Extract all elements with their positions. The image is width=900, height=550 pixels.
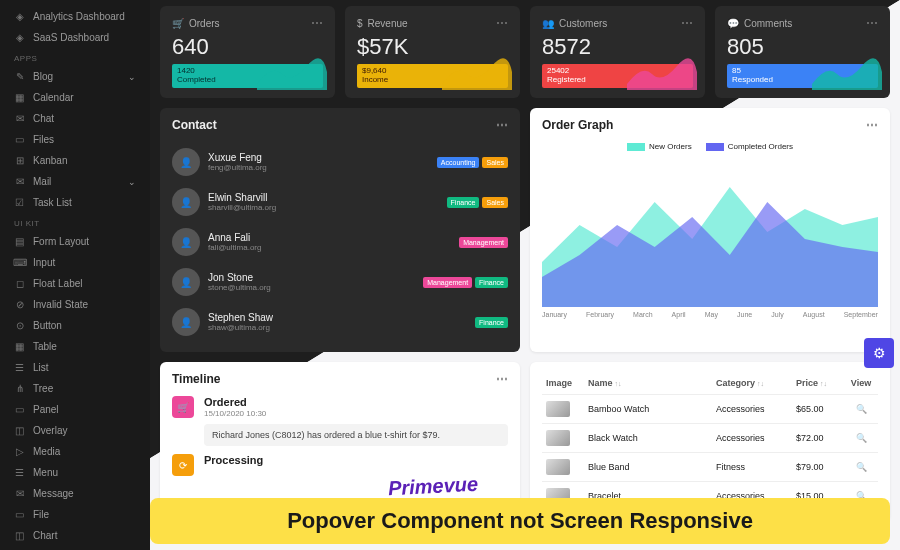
contact-row[interactable]: 👤 Anna Falifali@ultima.org Management (172, 222, 508, 262)
search-icon[interactable]: 🔍 (856, 404, 867, 414)
col-category[interactable]: Category (712, 378, 792, 388)
sidebar-item-label: Menu (33, 467, 58, 478)
nav-icon: ⌨ (14, 257, 25, 268)
product-category: Accessories (712, 404, 792, 414)
sidebar-item[interactable]: ⌨Input (0, 252, 150, 273)
nav-icon: ▭ (14, 404, 25, 415)
contact-name: Xuxue Feng (208, 152, 429, 163)
contact-row[interactable]: 👤 Xuxue Fengfeng@ultima.org AccountingSa… (172, 142, 508, 182)
more-icon[interactable]: ⋯ (681, 16, 693, 30)
sidebar-item[interactable]: ▭File (0, 504, 150, 525)
more-icon[interactable]: ⋯ (496, 16, 508, 30)
stat-icon: $ (357, 18, 363, 29)
nav-icon: ▭ (14, 509, 25, 520)
gear-icon: ⚙ (873, 345, 886, 361)
sidebar-item[interactable]: ✎Blog⌄ (0, 66, 150, 87)
settings-fab[interactable]: ⚙ (864, 338, 894, 368)
contact-tag: Finance (447, 197, 480, 208)
x-tick: April (672, 311, 686, 318)
stat-icon: 🛒 (172, 18, 184, 29)
col-price[interactable]: Price (792, 378, 844, 388)
nav-icon: ✉ (14, 113, 25, 124)
contact-name: Elwin Sharvill (208, 192, 439, 203)
col-name[interactable]: Name (584, 378, 712, 388)
sidebar-item-label: Files (33, 134, 54, 145)
contact-row[interactable]: 👤 Stephen Shawshaw@ultima.org Finance (172, 302, 508, 342)
graph-title: Order Graph (542, 118, 613, 132)
sidebar-item[interactable]: ⊞Kanban (0, 150, 150, 171)
sidebar-item[interactable]: ⊙Button (0, 315, 150, 336)
stat-card: 💬Comments⋯ 805 85Responded (715, 6, 890, 98)
sidebar-item[interactable]: ◫Overlay (0, 420, 150, 441)
nav-icon: ⊞ (14, 155, 25, 166)
sidebar-item[interactable]: ▤Form Layout (0, 231, 150, 252)
sidebar-item-label: Message (33, 488, 74, 499)
sidebar-item[interactable]: ☑Task List (0, 192, 150, 213)
sidebar-item-label: Tree (33, 383, 53, 394)
nav-icon: ⊘ (14, 299, 25, 310)
overlay-brand: Primevue (387, 473, 478, 501)
contact-email: shaw@ultima.org (208, 323, 467, 332)
stat-icon: 👥 (542, 18, 554, 29)
more-icon[interactable]: ⋯ (496, 372, 508, 386)
sidebar-item-label: Media (33, 446, 60, 457)
legend-swatch (706, 143, 724, 151)
contact-email: feng@ultima.org (208, 163, 429, 172)
sidebar-item[interactable]: ◈SaaS Dashboard (0, 27, 150, 48)
sidebar-item[interactable]: ▷Media (0, 441, 150, 462)
sidebar-item[interactable]: ☰List (0, 357, 150, 378)
sidebar-item[interactable]: ▦Calendar (0, 87, 150, 108)
x-tick: June (737, 311, 752, 318)
sidebar-item[interactable]: ◻Float Label (0, 273, 150, 294)
chevron-down-icon: ⌄ (128, 72, 136, 82)
legend-item: New Orders (627, 142, 692, 151)
contact-card: Contact⋯ 👤 Xuxue Fengfeng@ultima.org Acc… (160, 108, 520, 352)
sidebar-item[interactable]: ◫Chart (0, 525, 150, 546)
sidebar-item[interactable]: ⊘Invalid State (0, 294, 150, 315)
sidebar-item[interactable]: ▭Files (0, 129, 150, 150)
sidebar-item[interactable]: ▦Table (0, 336, 150, 357)
contact-tag: Sales (482, 157, 508, 168)
table-row: Bamboo Watch Accessories $65.00 🔍 (542, 395, 878, 424)
more-icon[interactable]: ⋯ (311, 16, 323, 30)
x-tick: January (542, 311, 567, 318)
timeline-item-note: Richard Jones (C8012) has ordered a blue… (204, 424, 508, 446)
stat-card: 👥Customers⋯ 8572 25402Registered (530, 6, 705, 98)
sidebar-item[interactable]: ⊚Misc (0, 546, 150, 550)
sidebar-item-label: Input (33, 257, 55, 268)
nav-icon: ⋔ (14, 383, 25, 394)
sidebar-item-label: Float Label (33, 278, 82, 289)
product-name: Blue Band (584, 462, 712, 472)
sidebar-item[interactable]: ⋔Tree (0, 378, 150, 399)
nav-icon: ◈ (14, 11, 25, 22)
legend-item: Completed Orders (706, 142, 793, 151)
sidebar-item[interactable]: ✉Message (0, 483, 150, 504)
order-graph-chart (542, 157, 878, 307)
product-price: $72.00 (792, 433, 844, 443)
sidebar-item-label: File (33, 509, 49, 520)
sidebar-item[interactable]: ✉Mail⌄ (0, 171, 150, 192)
sidebar-item[interactable]: ▭Panel (0, 399, 150, 420)
more-icon[interactable]: ⋯ (866, 16, 878, 30)
nav-icon: ▦ (14, 92, 25, 103)
nav-icon: ◫ (14, 530, 25, 541)
sidebar-section-title: UI KIT (0, 213, 150, 231)
search-icon[interactable]: 🔍 (856, 462, 867, 472)
x-tick: February (586, 311, 614, 318)
contact-row[interactable]: 👤 Jon Stonestone@ultima.org ManagementFi… (172, 262, 508, 302)
more-icon[interactable]: ⋯ (866, 118, 878, 132)
sidebar-item[interactable]: ✉Chat (0, 108, 150, 129)
avatar: 👤 (172, 308, 200, 336)
contact-row[interactable]: 👤 Elwin Sharvillsharvill@ultima.org Fina… (172, 182, 508, 222)
col-image: Image (542, 378, 584, 388)
timeline-item: 🛒 Ordered 15/10/2020 10:30 Richard Jones… (172, 396, 508, 446)
sidebar-item-label: SaaS Dashboard (33, 32, 109, 43)
nav-icon: ◻ (14, 278, 25, 289)
sidebar-item[interactable]: ☰Menu (0, 462, 150, 483)
product-price: $79.00 (792, 462, 844, 472)
more-icon[interactable]: ⋯ (496, 118, 508, 132)
search-icon[interactable]: 🔍 (856, 433, 867, 443)
sidebar-item-label: Chart (33, 530, 57, 541)
nav-icon: ◈ (14, 32, 25, 43)
sidebar-item[interactable]: ◈Analytics Dashboard (0, 6, 150, 27)
